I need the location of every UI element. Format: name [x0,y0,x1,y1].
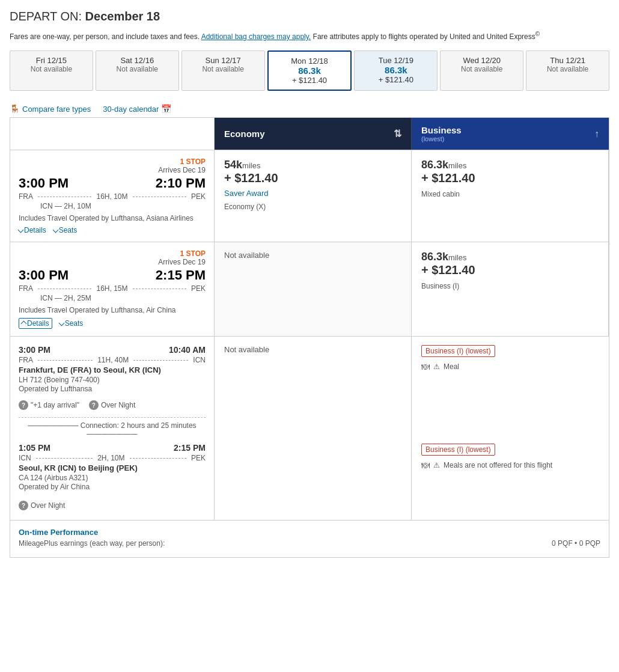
seg2-business-badge: Business (I) (lowest) [421,444,495,456]
bottom-section: On-time Performance MileagePlus earnings… [10,521,609,558]
tab-thu-1221[interactable]: Thu 12/21 Not available [526,50,609,91]
column-header-flight [10,118,215,150]
flight-2-origin: FRA [19,284,33,293]
flight-1-info: 1 STOP Arrives Dec 19 3:00 PM 2:10 PM FR… [10,150,215,242]
flight-1-saver-award: Saver Award [224,189,401,198]
flight-2-depart-time: 3:00 PM [19,267,69,283]
flight-1-business-price: + $121.40 [421,171,599,185]
flight-2-business-miles: 86.3k [421,251,448,263]
seg2-meal-row: 🍽 ⚠ Meals are not offered for this fligh… [421,460,599,470]
calendar-link[interactable]: 30-day calendar 📅 [103,104,171,114]
mileage-row: MileagePlus earnings (each way, per pers… [19,539,600,548]
seg2-operated: Operated by Air China [19,483,206,491]
flight-2-arrive-time: 2:15 PM [156,267,206,283]
tools-row: 🪑 Compare fare types 30-day calendar 📅 [10,100,609,117]
bag-charges-link[interactable]: Additional bag charges may apply. [201,32,311,41]
flight-1-details-link[interactable]: Details [19,226,46,234]
seg1-route-title: Frankfurt, DE (FRA) to Seoul, KR (ICN) [19,365,206,374]
flight-2-business-label: Business (I) [421,282,599,290]
flight-2-arrives: Arrives Dec 19 [19,258,206,266]
meal-warning-icon: ⚠ [433,362,440,371]
chevron-down-icon [52,227,58,233]
chevron-down-icon [58,320,64,326]
seg1-depart-time: 3:00 PM [19,345,50,355]
results-grid: Economy ⇅ Business (lowest) ↑ 1 STOP Arr… [10,117,609,521]
chevron-down-icon [18,227,24,233]
flight-1-operated: Includes Travel Operated by Lufthansa, A… [19,214,206,222]
flight-1-actions: Details Seats [19,226,206,234]
page-title: DEPART ON: December 18 [10,10,609,23]
meal-warning-icon: ⚠ [433,461,440,469]
flight-1-arrives: Arrives Dec 19 [19,166,206,174]
flight-1-business-fare: 86.3kmiles + $121.40 Mixed cabin [412,150,609,242]
seg2-depart-time: 1:05 PM [19,443,50,453]
info-icon[interactable]: ? [19,501,28,510]
flight-1-stops: 1 STOP [19,157,206,166]
tab-sat-1216[interactable]: Sat 12/16 Not available [96,50,179,91]
meal-icon: 🍽 [421,362,430,371]
seg1-flight-number: LH 712 (Boeing 747-400) [19,376,206,384]
seg2-route-title: Seoul, KR (ICN) to Beijing (PEK) [19,463,206,472]
seg2-arrive-time: 2:15 PM [174,443,206,453]
column-header-economy: Economy ⇅ [215,118,412,150]
seat-icon: 🪑 [10,104,20,114]
compare-fares-link[interactable]: 🪑 Compare fare types [10,104,91,114]
flight-2-actions: Details Seats [19,318,206,329]
flight-2-business-fare: 86.3kmiles + $121.40 Business (I) [412,242,609,336]
flight-1-economy-class: Economy (X) [224,203,401,211]
flight-1-economy-fare: 54kmiles + $121.40 Saver Award Economy (… [215,150,412,242]
economy-sort-icon[interactable]: ⇅ [394,128,401,139]
meal-icon: 🍽 [421,460,430,470]
info-icon[interactable]: ? [19,400,28,410]
flight-1-duration: 16H, 10M [96,192,127,201]
seg1-arrive-time: 10:40 AM [169,345,206,355]
seg2-flight-number: CA 124 (Airbus A321) [19,474,206,482]
tab-mon-1218[interactable]: Mon 12/18 86.3k + $121.40 [267,50,352,91]
seg2-destination: PEK [191,454,206,462]
flight-2-operated: Includes Travel Operated by Lufthansa, A… [19,306,206,314]
flight-2-stops: 1 STOP [19,249,206,258]
flight-2-duration: 16H, 15M [96,284,127,293]
flight-1-origin: FRA [19,192,33,201]
tab-sun-1217[interactable]: Sun 12/17 Not available [181,50,265,91]
seg1-plus1-badge: ? "+1 day arrival" [19,400,79,410]
calendar-icon: 📅 [161,104,171,114]
depart-date: December 18 [85,10,160,23]
flight-1-economy-miles: 54k [224,159,242,171]
flight-1-seats-link[interactable]: Seats [53,226,78,234]
flight-2-economy-fare: Not available [215,242,412,336]
flight-1-connection: ICN — 2H, 10M [40,202,206,210]
seg2-overnight-badge: ? Over Night [19,501,65,510]
seg1-destination: ICN [193,356,206,364]
flight-2-economy-not-available: Not available [224,251,269,260]
expanded-not-available: Not available [224,345,269,354]
fares-note: Fares are one-way, per person, and inclu… [10,29,609,42]
seg2-origin: ICN [19,454,31,462]
info-icon[interactable]: ? [89,400,99,410]
date-tabs: Fri 12/15 Not available Sat 12/16 Not av… [10,50,609,91]
tab-tue-1219[interactable]: Tue 12/19 86.3k + $121.40 [354,50,438,91]
ontime-link[interactable]: On-time Performance [19,528,600,537]
flight-2-destination: PEK [191,284,206,293]
depart-label: DEPART ON: [10,10,82,23]
seg1-duration: 11H, 40M [97,356,129,364]
business-sort-icon[interactable]: ↑ [594,129,599,139]
tab-fri-1215[interactable]: Fri 12/15 Not available [10,50,93,91]
expanded-business-fare: Business (I) (lowest) 🍽 ⚠ Meal Business … [412,336,609,520]
seg1-origin: FRA [19,356,33,364]
flight-1-destination: PEK [191,192,206,201]
expanded-economy-fare: Not available [215,336,412,520]
seg1-operated: Operated by Lufthansa [19,385,206,393]
flight-1-arrive-time: 2:10 PM [156,176,206,191]
flight-2-info: 1 STOP Arrives Dec 19 3:00 PM 2:15 PM FR… [10,242,215,336]
mileage-value: 0 PQF • 0 PQP [552,539,600,548]
flight-2-seats-link[interactable]: Seats [59,318,84,329]
flight-1-depart-time: 3:00 PM [19,176,69,191]
flight-2-details-link[interactable]: Details [19,318,52,329]
column-header-business: Business (lowest) ↑ [412,118,609,150]
mileage-label: MileagePlus earnings (each way, per pers… [19,539,165,548]
tab-wed-1220[interactable]: Wed 12/20 Not available [440,50,523,91]
flight-2-connection: ICN — 2H, 25M [40,294,206,302]
flight-1-business-miles: 86.3k [421,159,448,171]
seg1-business-badge: Business (I) (lowest) [421,345,495,357]
